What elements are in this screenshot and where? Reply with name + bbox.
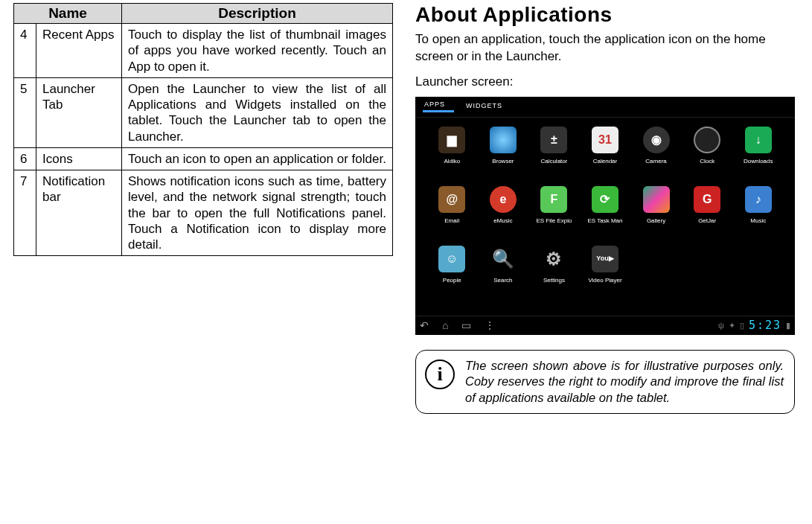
launcher-screenshot: APPS WIDGETS ▆Aldiko Browser ±Calculator… bbox=[415, 97, 795, 335]
aldiko-icon: ▆ bbox=[438, 127, 465, 153]
table-row: 7 Notification bar Shows notification ic… bbox=[14, 170, 393, 256]
browser-icon bbox=[490, 127, 517, 153]
app-calculator[interactable]: ±Calculator bbox=[531, 127, 578, 180]
music-icon: ♪ bbox=[745, 186, 772, 213]
calculator-icon: ± bbox=[540, 127, 567, 153]
row-desc: Shows notification icons such as time, b… bbox=[122, 170, 393, 256]
app-clock[interactable]: Clock bbox=[684, 127, 731, 180]
row-num: 4 bbox=[14, 24, 36, 78]
downloads-icon: ↓ bbox=[745, 127, 772, 153]
app-gallery[interactable]: Gallery bbox=[633, 186, 680, 240]
row-num: 6 bbox=[14, 147, 36, 170]
row-desc: Touch to display the list of thumbnail i… bbox=[122, 24, 393, 78]
sd-icon: ▯ bbox=[740, 321, 744, 330]
row-name: Notification bar bbox=[36, 170, 122, 256]
app-getjar[interactable]: GGetJar bbox=[684, 186, 731, 240]
settings-icon: ⚙ bbox=[540, 246, 567, 272]
col-header-description: Description bbox=[122, 4, 393, 24]
app-aldiko[interactable]: ▆Aldiko bbox=[429, 127, 476, 180]
table-row: 6 Icons Touch an icon to open an applica… bbox=[14, 147, 393, 170]
recent-icon[interactable]: ▭ bbox=[461, 319, 471, 331]
gallery-icon bbox=[643, 186, 670, 213]
launcher-screen-label: Launcher screen: bbox=[415, 74, 795, 89]
app-videoplayer[interactable]: You▶Video Player bbox=[582, 246, 629, 299]
estask-icon: ⟳ bbox=[592, 186, 618, 213]
app-browser[interactable]: Browser bbox=[480, 127, 527, 180]
android-navbar: ↶ ⌂ ▭ ⋮ ψ ✦ ▯ 5:23 ▮ bbox=[415, 316, 795, 335]
home-icon[interactable]: ⌂ bbox=[442, 319, 448, 331]
calendar-icon: 31 bbox=[592, 127, 618, 153]
clock-time: 5:23 bbox=[749, 319, 781, 332]
row-num: 5 bbox=[14, 77, 36, 147]
app-estask[interactable]: ⟳ES Task Man bbox=[582, 186, 629, 240]
launcher-tabs: APPS WIDGETS bbox=[415, 97, 795, 118]
launcher-app-grid: ▆Aldiko Browser ±Calculator 31Calendar ◉… bbox=[415, 118, 795, 316]
app-esfile[interactable]: FES File Explo bbox=[531, 186, 578, 240]
app-emusic[interactable]: eeMusic bbox=[480, 186, 527, 240]
app-settings[interactable]: ⚙Settings bbox=[531, 246, 578, 299]
clock-icon bbox=[694, 127, 720, 153]
table-row: 4 Recent Apps Touch to display the list … bbox=[14, 24, 393, 78]
menu-icon[interactable]: ⋮ bbox=[485, 319, 495, 331]
reference-table: Name Description 4 Recent Apps Touch to … bbox=[13, 3, 393, 256]
emusic-icon: e bbox=[490, 186, 517, 213]
app-calendar[interactable]: 31Calendar bbox=[582, 127, 629, 180]
row-desc: Touch an icon to open an application or … bbox=[122, 147, 393, 170]
esfile-icon: F bbox=[540, 186, 567, 213]
table-row: 5 Launcher Tab Open the Launcher to view… bbox=[14, 77, 393, 147]
row-desc: Open the Launcher to view the list of al… bbox=[122, 77, 393, 147]
email-icon: @ bbox=[438, 186, 465, 213]
info-icon: i bbox=[425, 360, 455, 389]
col-header-name: Name bbox=[14, 4, 122, 24]
row-name: Recent Apps bbox=[36, 24, 122, 78]
app-email[interactable]: @Email bbox=[429, 186, 476, 240]
callout-text: The screen shown above is for illustrati… bbox=[465, 358, 784, 406]
row-name: Icons bbox=[36, 147, 122, 170]
getjar-icon: G bbox=[694, 186, 720, 213]
about-heading: About Applications bbox=[415, 3, 795, 27]
people-icon: ☺ bbox=[438, 246, 465, 272]
tab-widgets[interactable]: WIDGETS bbox=[464, 102, 511, 112]
back-icon[interactable]: ↶ bbox=[420, 319, 429, 331]
reference-table-section: Name Description 4 Recent Apps Touch to … bbox=[13, 3, 393, 511]
row-num: 7 bbox=[14, 170, 36, 256]
app-people[interactable]: ☺People bbox=[429, 246, 476, 299]
videoplayer-icon: You▶ bbox=[592, 246, 618, 272]
battery-icon: ▮ bbox=[786, 321, 790, 330]
app-search[interactable]: 🔍Search bbox=[480, 246, 527, 299]
usb-icon: ψ bbox=[718, 321, 724, 330]
app-downloads[interactable]: ↓Downloads bbox=[735, 127, 781, 180]
row-name: Launcher Tab bbox=[36, 77, 122, 147]
about-intro: To open an application, touch the applic… bbox=[415, 31, 795, 66]
camera-icon: ◉ bbox=[643, 127, 670, 153]
info-callout: i The screen shown above is for illustra… bbox=[415, 350, 795, 414]
search-icon: 🔍 bbox=[490, 246, 517, 272]
app-music[interactable]: ♪Music bbox=[735, 186, 781, 240]
android-icon: ✦ bbox=[729, 321, 735, 330]
about-applications-section: About Applications To open an applicatio… bbox=[415, 3, 795, 511]
app-camera[interactable]: ◉Camera bbox=[633, 127, 680, 180]
status-icons[interactable]: ψ ✦ ▯ 5:23 ▮ bbox=[718, 319, 790, 332]
tab-apps[interactable]: APPS bbox=[423, 100, 454, 112]
